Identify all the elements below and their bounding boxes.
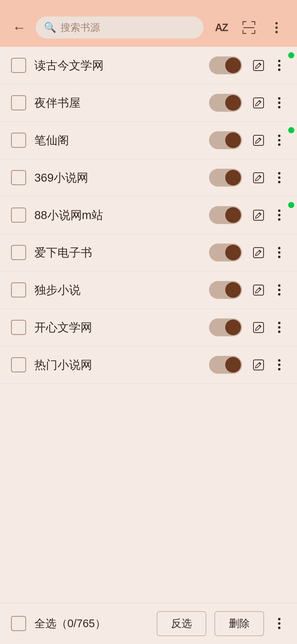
toggle-knob bbox=[225, 95, 241, 111]
item-toggle[interactable] bbox=[209, 56, 242, 74]
invert-selection-button[interactable]: 反选 bbox=[157, 611, 206, 636]
more-dot bbox=[278, 359, 280, 362]
search-bar[interactable]: 🔍 搜索书源 bbox=[36, 17, 204, 39]
more-dot bbox=[278, 618, 280, 620]
toggle-knob bbox=[225, 357, 241, 373]
status-dot bbox=[288, 127, 294, 133]
edit-button[interactable] bbox=[250, 357, 267, 373]
search-icon: 🔍 bbox=[44, 22, 56, 33]
item-more-button[interactable] bbox=[272, 95, 286, 111]
more-dot bbox=[278, 247, 280, 249]
item-checkbox[interactable] bbox=[11, 95, 26, 110]
item-checkbox[interactable] bbox=[11, 320, 26, 335]
list-item: 88小说网m站 bbox=[0, 197, 297, 234]
item-more-button[interactable] bbox=[272, 57, 286, 74]
item-toggle[interactable] bbox=[209, 131, 242, 149]
item-toggle[interactable] bbox=[209, 94, 242, 112]
svg-rect-17 bbox=[254, 360, 264, 370]
item-checkbox[interactable] bbox=[11, 245, 26, 260]
list-item: 爱下电子书 bbox=[0, 234, 297, 271]
more-dot bbox=[278, 106, 280, 108]
az-sort-button[interactable]: AZ bbox=[212, 18, 231, 37]
item-name: 独步小说 bbox=[34, 282, 209, 298]
more-dot bbox=[275, 31, 278, 33]
svg-rect-14 bbox=[254, 247, 264, 258]
edit-icon bbox=[252, 209, 265, 221]
svg-rect-7 bbox=[254, 30, 255, 34]
more-dot bbox=[278, 622, 280, 625]
toggle-knob bbox=[225, 245, 241, 260]
item-checkbox[interactable] bbox=[11, 170, 26, 185]
item-checkbox[interactable] bbox=[11, 58, 26, 73]
select-all-label: 全选（0/765） bbox=[34, 616, 148, 631]
more-dot bbox=[278, 64, 280, 67]
more-dot bbox=[278, 176, 280, 179]
header: ← 🔍 搜索书源 AZ bbox=[0, 0, 297, 47]
more-dot bbox=[278, 322, 280, 324]
item-toggle[interactable] bbox=[209, 318, 242, 336]
item-name: 开心文学网 bbox=[34, 320, 209, 335]
item-checkbox[interactable] bbox=[11, 133, 26, 148]
more-dot bbox=[278, 69, 280, 71]
scan-icon-svg bbox=[242, 21, 256, 34]
item-more-button[interactable] bbox=[272, 357, 286, 373]
list-item: 夜伴书屋 bbox=[0, 84, 297, 122]
item-more-button[interactable] bbox=[272, 132, 286, 149]
toggle-knob bbox=[225, 58, 241, 73]
edit-button[interactable] bbox=[250, 282, 267, 298]
more-dot bbox=[278, 627, 280, 629]
more-dot bbox=[278, 331, 280, 333]
delete-button[interactable]: 删除 bbox=[215, 611, 264, 636]
item-more-button[interactable] bbox=[272, 244, 286, 261]
more-dot bbox=[278, 181, 280, 183]
scan-button[interactable] bbox=[239, 18, 258, 37]
more-dot bbox=[278, 143, 280, 146]
item-toggle[interactable] bbox=[209, 169, 242, 187]
svg-rect-12 bbox=[254, 173, 264, 183]
svg-rect-11 bbox=[254, 135, 264, 145]
item-checkbox[interactable] bbox=[11, 357, 26, 372]
more-menu-button[interactable] bbox=[267, 18, 286, 37]
item-name: 热门小说网 bbox=[34, 357, 209, 373]
more-dot bbox=[278, 139, 280, 141]
edit-icon bbox=[252, 359, 265, 371]
item-toggle[interactable] bbox=[209, 206, 242, 224]
item-checkbox[interactable] bbox=[11, 282, 26, 298]
item-name: 369小说网 bbox=[34, 170, 209, 185]
edit-button[interactable] bbox=[250, 244, 267, 261]
item-toggle[interactable] bbox=[209, 244, 242, 261]
more-dot bbox=[278, 256, 280, 258]
item-more-button[interactable] bbox=[272, 170, 286, 186]
svg-rect-1 bbox=[243, 21, 243, 25]
edit-button[interactable] bbox=[250, 95, 267, 111]
item-toggle[interactable] bbox=[209, 356, 242, 374]
more-dot bbox=[275, 26, 278, 29]
edit-button[interactable] bbox=[250, 319, 267, 336]
list-item: 热门小说网 bbox=[0, 346, 297, 384]
item-more-button[interactable] bbox=[272, 319, 286, 336]
more-dot bbox=[278, 251, 280, 254]
more-dot bbox=[275, 22, 278, 24]
item-more-button[interactable] bbox=[272, 207, 286, 223]
edit-button[interactable] bbox=[250, 57, 267, 74]
bottom-more-button[interactable] bbox=[272, 615, 286, 632]
toggle-knob bbox=[225, 320, 241, 335]
more-dot bbox=[278, 97, 280, 100]
edit-button[interactable] bbox=[250, 132, 267, 149]
more-dot bbox=[278, 293, 280, 296]
list-item: 独步小说 bbox=[0, 271, 297, 309]
edit-icon bbox=[252, 247, 265, 259]
toggle-knob bbox=[225, 132, 241, 148]
edit-button[interactable] bbox=[250, 170, 267, 186]
svg-rect-8 bbox=[243, 27, 254, 28]
edit-button[interactable] bbox=[250, 207, 267, 223]
item-more-button[interactable] bbox=[272, 282, 286, 298]
list-item: 开心文学网 bbox=[0, 309, 297, 346]
item-toggle[interactable] bbox=[209, 281, 242, 299]
item-checkbox[interactable] bbox=[11, 208, 26, 223]
back-button[interactable]: ← bbox=[11, 19, 28, 36]
svg-rect-3 bbox=[254, 21, 255, 25]
select-all-checkbox[interactable] bbox=[11, 616, 26, 631]
list-item: 笔仙阁 bbox=[0, 122, 297, 159]
more-dot bbox=[278, 284, 280, 287]
